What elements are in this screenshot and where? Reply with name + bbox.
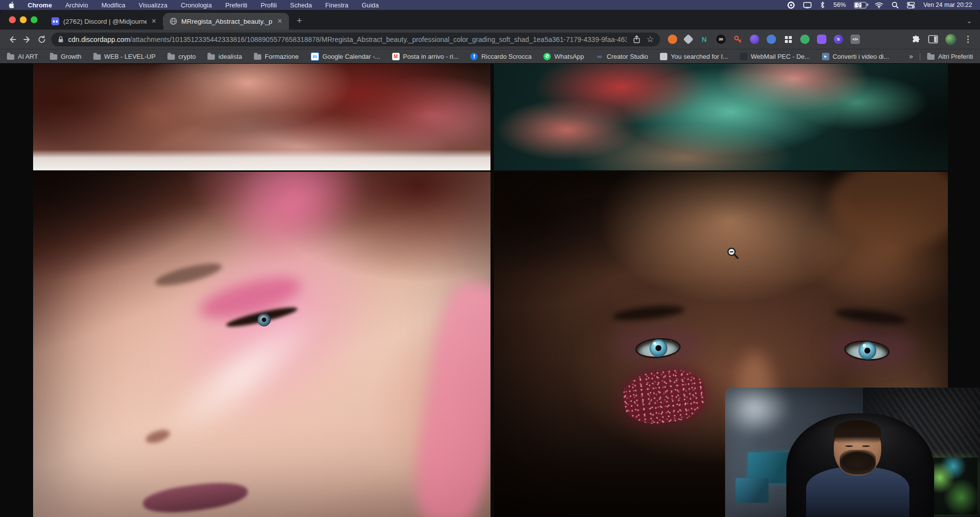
tab-title: (2762) Discord | @Midjourney xyxy=(63,18,147,25)
bookmark-folder-growth[interactable]: Growth xyxy=(50,53,82,60)
video-converter-icon: ▸ xyxy=(822,53,829,60)
bookmark-folder-web-level-up[interactable]: WEB - LEVEL-UP xyxy=(93,53,156,60)
bookmark-folder-crypto[interactable]: crypto xyxy=(167,53,196,60)
midjourney-grid-bottom-left-image[interactable] xyxy=(33,172,490,517)
bookmark-creator-studio[interactable]: ∞Creator Studio xyxy=(596,53,648,60)
menu-bar: Chrome Archivio Modifica Visualizza Cron… xyxy=(0,0,980,10)
bluetooth-icon[interactable] xyxy=(820,1,825,8)
ext-purple-ball-icon[interactable] xyxy=(750,35,759,44)
ext-purple-s-icon[interactable]: S xyxy=(834,35,843,44)
close-tab-icon[interactable]: × xyxy=(277,17,283,25)
facebook-icon: f xyxy=(470,53,478,60)
extensions-row: N 30 S </> xyxy=(668,35,860,44)
menubar-item-scheda[interactable]: Scheda xyxy=(290,1,312,9)
wifi-icon[interactable] xyxy=(875,2,883,8)
folder-icon xyxy=(254,54,261,60)
tab-image-attachment[interactable]: MRregista_Abstract_beauty._p × xyxy=(163,13,289,30)
calendar-icon: 31 xyxy=(311,52,319,61)
bookmark-folder-idealista[interactable]: idealista xyxy=(207,53,242,60)
ext-blue-icon[interactable] xyxy=(767,35,776,44)
ext-notion-icon[interactable]: N xyxy=(699,35,709,44)
tab-title: MRregista_Abstract_beauty._p xyxy=(181,18,273,25)
menubar-item-preferiti[interactable]: Preferiti xyxy=(225,1,247,9)
bookmarks-overflow-chevron[interactable]: » xyxy=(909,52,913,60)
bookmark-facebook-profile[interactable]: fRiccardo Scrocca xyxy=(470,53,531,60)
blue-iris xyxy=(257,313,271,326)
browser-toolbar: cdn.discordapp.com /attachments/10135123… xyxy=(0,30,980,49)
back-button[interactable] xyxy=(5,32,20,47)
menubar-clock[interactable]: Ven 24 mar 20:22 xyxy=(923,1,972,8)
bookmark-star-icon[interactable]: ☆ xyxy=(647,35,654,43)
ext-violet-icon[interactable] xyxy=(817,35,826,44)
window-controls xyxy=(9,16,38,23)
browser-menu-icon[interactable]: ⋮ xyxy=(964,34,972,44)
menubar-item-cronologia[interactable]: Cronologia xyxy=(181,1,212,9)
menubar-item-archivio[interactable]: Archivio xyxy=(65,1,88,9)
menubar-item-modifica[interactable]: Modifica xyxy=(101,1,125,9)
folder-icon xyxy=(167,54,175,60)
menubar-app-name[interactable]: Chrome xyxy=(28,1,52,9)
url-path: /attachments/1013512335442333816/1088905… xyxy=(130,36,626,43)
right-eyebrow xyxy=(834,306,907,327)
folder-icon xyxy=(927,54,935,60)
address-bar[interactable]: cdn.discordapp.com /attachments/10135123… xyxy=(51,33,660,46)
apple-menu-icon[interactable] xyxy=(8,1,14,9)
reload-button[interactable] xyxy=(35,32,49,47)
control-center-icon[interactable] xyxy=(907,2,915,8)
new-tab-button[interactable]: + xyxy=(292,14,307,28)
midjourney-grid-top-right-image[interactable] xyxy=(494,64,948,170)
bookmarks-bar: AI ART Growth WEB - LEVEL-UP crypto idea… xyxy=(0,49,980,63)
discord-favicon xyxy=(51,17,59,25)
lock-icon[interactable] xyxy=(57,36,64,43)
ext-grid-icon[interactable] xyxy=(783,35,793,44)
extensions-puzzle-icon[interactable] xyxy=(911,35,921,44)
ext-diamond-icon[interactable] xyxy=(683,34,694,44)
ext-green-icon[interactable] xyxy=(800,35,810,44)
profile-avatar[interactable] xyxy=(945,34,956,45)
right-eye xyxy=(845,341,889,360)
battery-charging-icon xyxy=(854,2,866,8)
tab-search-chevron-icon[interactable]: ⌄ xyxy=(966,17,972,25)
bookmark-google-calendar[interactable]: 31Google Calendar -... xyxy=(311,52,380,61)
bookmark-folder-formazione[interactable]: Formazione xyxy=(254,53,299,60)
nostril-shadow xyxy=(144,428,171,446)
tab-discord[interactable]: (2762) Discord | @Midjourney × xyxy=(45,13,163,30)
bookmark-folder-ai-art[interactable]: AI ART xyxy=(7,53,38,60)
bookmark-whatsapp[interactable]: ✆WhatsApp xyxy=(543,53,584,60)
webcam-overlay xyxy=(725,388,980,517)
ext-orange-icon[interactable] xyxy=(668,35,677,44)
folder-icon xyxy=(7,54,14,60)
bookmark-webmail-pec[interactable]: WebMail PEC - De... xyxy=(740,53,810,60)
spotlight-search-icon[interactable] xyxy=(892,1,898,8)
ext-code-icon[interactable]: </> xyxy=(851,35,860,44)
midjourney-grid-top-left-image[interactable] xyxy=(33,64,490,170)
url-host: cdn.discordapp.com xyxy=(68,36,130,43)
minimize-window-button[interactable] xyxy=(20,16,27,23)
ext-black-circle-icon[interactable]: 30 xyxy=(716,35,726,44)
zoom-out-cursor-icon xyxy=(727,247,739,262)
fullscreen-window-button[interactable] xyxy=(31,16,38,23)
glitter-makeup-patch xyxy=(620,366,708,427)
side-panel-icon[interactable] xyxy=(928,35,938,43)
menubar-item-profili[interactable]: Profili xyxy=(261,1,277,9)
screen-record-icon[interactable] xyxy=(787,1,795,9)
menubar-item-visualizza[interactable]: Visualizza xyxy=(139,1,167,9)
bookmark-you-searched[interactable]: You searched for I... xyxy=(660,53,728,60)
toolbar-right: ⋮ xyxy=(911,34,975,45)
display-icon[interactable] xyxy=(803,2,812,8)
globe-favicon xyxy=(169,17,177,25)
close-tab-icon[interactable]: × xyxy=(151,17,157,25)
tab-strip: (2762) Discord | @Midjourney × MRregista… xyxy=(0,10,980,30)
page-icon xyxy=(660,53,667,60)
close-window-button[interactable] xyxy=(9,16,16,23)
other-bookmarks-folder[interactable]: Altri Preferiti xyxy=(927,53,973,60)
bookmark-converti-video[interactable]: ▸Converti i video di... xyxy=(822,53,889,60)
hair-highlight xyxy=(830,172,948,248)
share-icon[interactable] xyxy=(633,35,641,43)
ext-key-icon[interactable] xyxy=(733,35,742,44)
forward-button[interactable] xyxy=(20,32,35,47)
pink-ribbon xyxy=(408,278,490,517)
menubar-item-guida[interactable]: Guida xyxy=(362,1,379,9)
bookmark-gmail-inbox[interactable]: MPosta in arrivo - ri... xyxy=(392,53,459,60)
menubar-item-finestra[interactable]: Finestra xyxy=(325,1,348,9)
